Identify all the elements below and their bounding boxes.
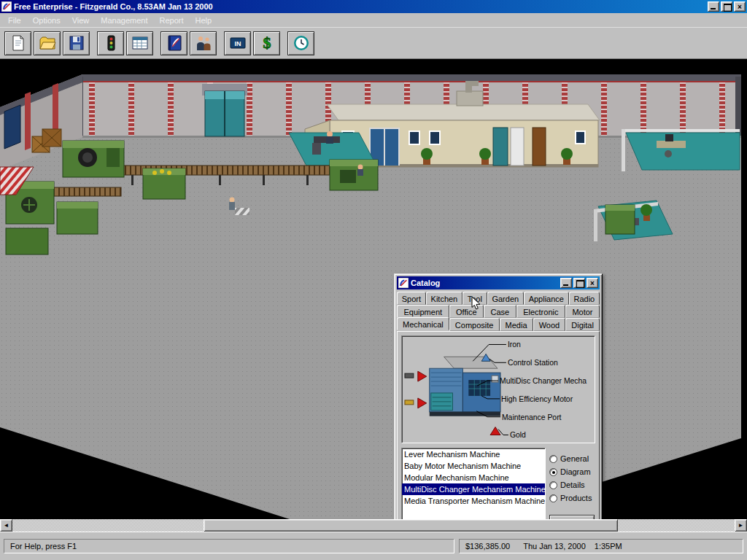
catalog-dialog-title: Catalog — [411, 279, 558, 287]
scrollbar-track[interactable] — [12, 519, 735, 532]
catalog-tab-row-3: Mechanical Composite Media Wood Digital — [397, 318, 600, 331]
app-logo-icon — [1, 1, 12, 12]
traffic-light-icon — [102, 34, 120, 52]
in-tray-icon: IN — [229, 34, 247, 52]
catalog-list-item[interactable]: Modular Mechanism Machine — [402, 472, 545, 483]
tab-office[interactable]: Office — [449, 305, 484, 318]
close-button[interactable]: × — [734, 1, 746, 12]
radio-label: General — [560, 454, 589, 463]
scrollbar-thumb[interactable] — [204, 519, 618, 532]
menu-options[interactable]: Options — [28, 15, 66, 26]
svg-text:$: $ — [263, 34, 271, 52]
catalog-list-item[interactable]: MultiDisc Changer Mechanism Machine — [402, 483, 545, 495]
diagram-label: Control Station — [508, 359, 558, 367]
toolbar: IN $ — [0, 27, 747, 59]
rotate-button[interactable]: Rotate — [549, 515, 595, 519]
catalog-book-icon — [166, 34, 183, 52]
machine-listbox[interactable]: Lever Mechanism Machine Baby Motor Mecha… — [401, 448, 546, 519]
tab-electronic[interactable]: Electronic — [516, 305, 565, 318]
save-icon — [68, 34, 85, 52]
assembly-machine[interactable] — [330, 160, 378, 190]
catalog-title-bar[interactable]: Catalog × — [397, 276, 600, 289]
catalog-list-item[interactable]: Baby Motor Mechanism Machine — [402, 460, 545, 472]
scroll-right-button[interactable]: ► — [735, 519, 747, 532]
tab-composite[interactable]: Composite — [449, 318, 500, 331]
menu-help[interactable]: Help — [190, 15, 217, 26]
toolbar-in-tray-button[interactable]: IN — [224, 31, 251, 55]
title-bar: Free Enterprise - Fitzgerald Co., 8.53AM… — [0, 0, 747, 13]
toolbar-clock-button[interactable] — [287, 31, 314, 55]
factory-scene[interactable] — [0, 59, 747, 519]
toolbar-traffic-light-button[interactable] — [97, 31, 124, 55]
clock-icon — [293, 34, 310, 52]
radio-label: Products — [560, 494, 592, 502]
tab-equipment[interactable]: Equipment — [397, 305, 449, 318]
tab-radio[interactable]: Radio — [569, 292, 600, 305]
minimize-button[interactable] — [708, 1, 719, 12]
tab-case[interactable]: Case — [484, 305, 516, 318]
menu-view[interactable]: View — [67, 15, 95, 26]
tab-mechanical[interactable]: Mechanical — [397, 317, 449, 330]
diagram-label: MultiDisc Changer Mecha — [500, 377, 587, 385]
tab-motor[interactable]: Motor — [565, 305, 600, 318]
status-money: $136,385.00 — [465, 542, 510, 551]
menu-management[interactable]: Management — [96, 15, 152, 26]
scroll-left-button[interactable]: ◄ — [0, 519, 12, 532]
menu-report[interactable]: Report — [155, 15, 189, 26]
window-title: Free Enterprise - Fitzgerald Co., 8.53AM… — [14, 2, 705, 11]
tab-kitchen[interactable]: Kitchen — [426, 292, 462, 305]
diagram-label: Maintenance Port — [502, 413, 562, 421]
toolbar-new-button[interactable] — [4, 31, 31, 55]
catalog-icon — [398, 278, 409, 288]
new-document-icon — [9, 34, 27, 52]
catalog-tab-row-1: Sport Kitchen Tool Garden Appliance Radi… — [397, 292, 600, 305]
toolbar-save-button[interactable] — [63, 31, 90, 55]
personnel-icon — [195, 34, 212, 52]
loading-dock-door[interactable] — [202, 84, 247, 136]
view-mode-radio-general[interactable]: General — [549, 452, 595, 465]
ledger-table-icon — [131, 34, 149, 52]
status-time: 1:35PM — [595, 542, 622, 551]
toolbar-finance-button[interactable]: $ — [253, 31, 280, 55]
view-mode-radio-details[interactable]: Details — [549, 478, 595, 491]
game-viewport[interactable]: Catalog × Sport Kitchen Tool Garden Appl… — [0, 59, 747, 519]
maximize-button[interactable] — [721, 1, 732, 12]
tab-tool[interactable]: Tool — [462, 292, 487, 305]
catalog-tabs: Sport Kitchen Tool Garden Appliance Radi… — [397, 292, 600, 331]
machine-diagram-panel: Iron Control Station MultiDisc Changer M… — [401, 335, 595, 443]
catalog-minimize-button[interactable] — [560, 278, 572, 288]
machine-diagram: Iron Control Station MultiDisc Changer M… — [402, 336, 595, 443]
diagram-label: High Efficiency Motor — [501, 395, 573, 403]
status-date: Thu Jan 13, 2000 — [523, 542, 586, 551]
catalog-maximize-button[interactable] — [573, 278, 585, 288]
machine-drawing — [430, 357, 500, 416]
tab-media[interactable]: Media — [500, 318, 533, 331]
radio-icon — [549, 481, 557, 489]
catalog-close-button[interactable]: × — [587, 278, 598, 288]
view-mode-radio-diagram[interactable]: Diagram — [549, 465, 595, 478]
radio-icon — [549, 468, 557, 476]
side-door[interactable] — [4, 105, 20, 149]
toolbar-ledger-button[interactable] — [126, 31, 153, 55]
view-mode-radio-products[interactable]: Products — [549, 491, 595, 505]
catalog-dialog[interactable]: Catalog × Sport Kitchen Tool Garden Appl… — [394, 273, 603, 519]
horizontal-scrollbar[interactable]: ◄ ► — [0, 519, 747, 532]
toolbar-personnel-button[interactable] — [190, 31, 217, 55]
catalog-list-item[interactable]: Media Transporter Mechanism Machine — [402, 495, 545, 507]
catalog-tab-row-2: Equipment Office Case Electronic Motor — [397, 305, 600, 318]
toolbar-catalog-button[interactable] — [160, 31, 187, 55]
tab-digital[interactable]: Digital — [565, 318, 600, 331]
application-window: Free Enterprise - Fitzgerald Co., 8.53AM… — [0, 0, 747, 560]
status-info-panel: $136,385.00 Thu Jan 13, 2000 1:35PM — [459, 539, 743, 553]
status-help-text: For Help, press F1 — [4, 539, 454, 553]
status-bar: For Help, press F1 $136,385.00 Thu Jan 1… — [0, 532, 747, 560]
diagram-label: Gold — [510, 431, 526, 439]
tab-garden[interactable]: Garden — [487, 292, 524, 305]
radio-icon — [549, 494, 557, 502]
tab-sport[interactable]: Sport — [397, 292, 426, 305]
catalog-list-item[interactable]: Lever Mechanism Machine — [402, 448, 545, 460]
tab-wood[interactable]: Wood — [533, 318, 566, 331]
menu-file[interactable]: File — [3, 15, 26, 26]
tab-appliance[interactable]: Appliance — [524, 292, 569, 305]
toolbar-open-button[interactable] — [34, 31, 61, 55]
